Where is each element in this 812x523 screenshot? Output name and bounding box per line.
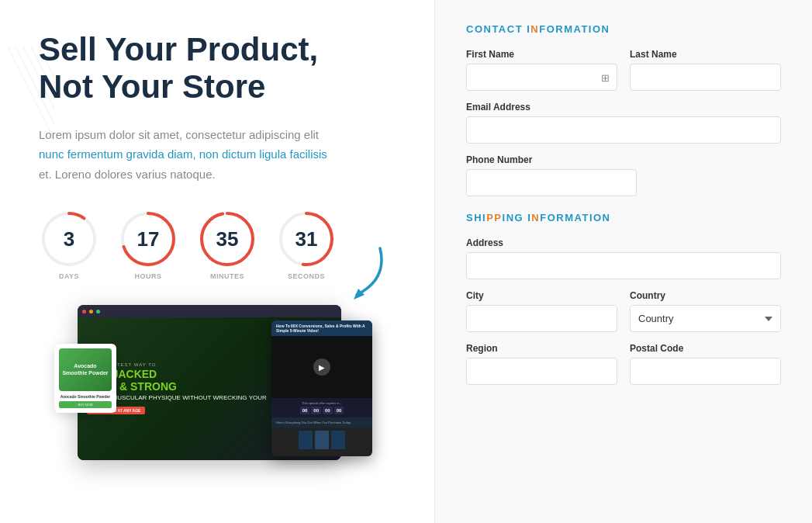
postal-field[interactable] bbox=[630, 358, 781, 385]
countdown-hours: 17 HOURS bbox=[118, 209, 178, 280]
product-icon-1 bbox=[299, 431, 313, 449]
seconds-value: 31 bbox=[295, 227, 318, 251]
city-country-row: City Country Country United States Unite… bbox=[466, 290, 781, 332]
svg-line-3 bbox=[31, 47, 54, 140]
city-label: City bbox=[466, 290, 617, 301]
email-field[interactable] bbox=[466, 116, 781, 144]
video-title: How To 60X Conversions, Sales & Profits … bbox=[271, 320, 372, 336]
countdown-seconds: 31 SECONDS bbox=[276, 209, 337, 280]
address-group: Address bbox=[466, 237, 781, 279]
region-group: Region bbox=[466, 343, 617, 385]
left-panel: Sell Your Product, Not Your Store Lorem … bbox=[0, 0, 434, 523]
phone-label: Phone Number bbox=[466, 154, 637, 165]
video-bottom-text: Here's Everything You Get When You Purch… bbox=[271, 417, 372, 428]
svg-marker-13 bbox=[354, 289, 365, 300]
product-icon-2 bbox=[315, 431, 329, 449]
minutes-label: MINUTES bbox=[210, 272, 244, 280]
right-panel: CONTACT INFORMATION First Name ⊞ Last Na… bbox=[434, 0, 812, 523]
region-field[interactable] bbox=[466, 358, 617, 385]
timer-ms: 00 bbox=[334, 407, 344, 414]
region-postal-row: Region Postal Code bbox=[466, 343, 781, 385]
hours-value: 17 bbox=[137, 227, 160, 251]
bc-title: GET JACKEDLEAN & STRONG bbox=[87, 369, 292, 393]
play-button[interactable]: ▶ bbox=[313, 358, 330, 376]
video-mockup: How To 60X Conversions, Sales & Profits … bbox=[271, 320, 372, 456]
product-image: Avocado Smoothie Powder bbox=[59, 348, 112, 391]
days-value: 3 bbox=[64, 227, 74, 251]
name-row: First Name ⊞ Last Name bbox=[466, 49, 781, 91]
country-label: Country bbox=[630, 290, 781, 301]
countdown: 3 DAYS 17 HOURS bbox=[39, 209, 396, 280]
product-icons bbox=[271, 428, 372, 452]
phone-group: Phone Number bbox=[466, 154, 637, 196]
dot-green bbox=[96, 310, 100, 313]
bc-subtitle: THE SMARTEST WAY TO bbox=[87, 362, 292, 367]
country-select[interactable]: Country United States United Kingdom Can… bbox=[630, 305, 781, 332]
address-row: Address bbox=[466, 237, 781, 279]
contact-section-title: CONTACT INFORMATION bbox=[466, 23, 781, 35]
deco-lines bbox=[8, 47, 54, 140]
product-icon-3 bbox=[331, 431, 345, 449]
person-icon: ⊞ bbox=[601, 71, 610, 83]
last-name-label: Last Name bbox=[630, 49, 781, 60]
hours-label: HOURS bbox=[134, 272, 161, 280]
first-name-field[interactable] bbox=[466, 64, 617, 91]
dot-yellow bbox=[89, 310, 93, 313]
timer-h: 00 bbox=[300, 407, 310, 414]
countdown-days: 3 DAYS bbox=[39, 209, 99, 280]
last-name-group: Last Name bbox=[630, 49, 781, 91]
countdown-minutes: 35 MINUTES bbox=[197, 209, 257, 280]
address-label: Address bbox=[466, 237, 781, 248]
bc-title2: BUILD A MUSCULAR PHYSIQUE WITHOUT WRECKI… bbox=[87, 394, 292, 401]
browser-topbar bbox=[78, 305, 341, 317]
seconds-label: SECONDS bbox=[288, 272, 325, 280]
svg-line-1 bbox=[16, 47, 54, 140]
postal-label: Postal Code bbox=[630, 343, 781, 354]
timer-s: 00 bbox=[323, 407, 333, 414]
product-buy-btn[interactable]: BUY NOW bbox=[59, 401, 112, 408]
country-group: Country Country United States United Kin… bbox=[630, 290, 781, 332]
first-name-label: First Name bbox=[466, 49, 617, 60]
last-name-field[interactable] bbox=[630, 64, 781, 91]
main-heading: Sell Your Product, Not Your Store bbox=[39, 31, 396, 106]
body-text: Lorem ipsum dolor sit amet, consectetur … bbox=[39, 125, 372, 185]
video-content: ▶ bbox=[271, 336, 372, 398]
product-showcase: Avocado Smoothie Powder Avocado Smoothie… bbox=[39, 305, 396, 476]
dot-red bbox=[82, 310, 86, 313]
shipping-section-title: SHIPPING INFORMATION bbox=[466, 212, 781, 223]
first-name-group: First Name ⊞ bbox=[466, 49, 617, 91]
address-field[interactable] bbox=[466, 252, 781, 279]
timer-m: 00 bbox=[311, 407, 321, 414]
city-field[interactable] bbox=[466, 305, 617, 332]
video-timer: This special offer expires in... 00 00 0… bbox=[271, 398, 372, 417]
svg-line-0 bbox=[8, 47, 54, 140]
region-label: Region bbox=[466, 343, 617, 354]
city-group: City bbox=[466, 290, 617, 332]
email-group: Email Address bbox=[466, 102, 781, 144]
minutes-value: 35 bbox=[216, 227, 239, 251]
timer-digits: 00 00 00 00 bbox=[275, 407, 369, 414]
first-name-input-wrapper: ⊞ bbox=[466, 64, 617, 91]
phone-row: Phone Number bbox=[466, 154, 781, 196]
product-name: Avocado Smoothie Powder bbox=[59, 394, 112, 399]
shipping-section: SHIPPING INFORMATION Address City Countr… bbox=[466, 212, 781, 385]
email-row: Email Address bbox=[466, 102, 781, 144]
email-label: Email Address bbox=[466, 102, 781, 113]
timer-label: This special offer expires in... bbox=[275, 401, 369, 405]
postal-group: Postal Code bbox=[630, 343, 781, 385]
product-card: Avocado Smoothie Powder Avocado Smoothie… bbox=[54, 344, 116, 413]
phone-field[interactable] bbox=[466, 169, 637, 196]
days-label: DAYS bbox=[59, 272, 79, 280]
